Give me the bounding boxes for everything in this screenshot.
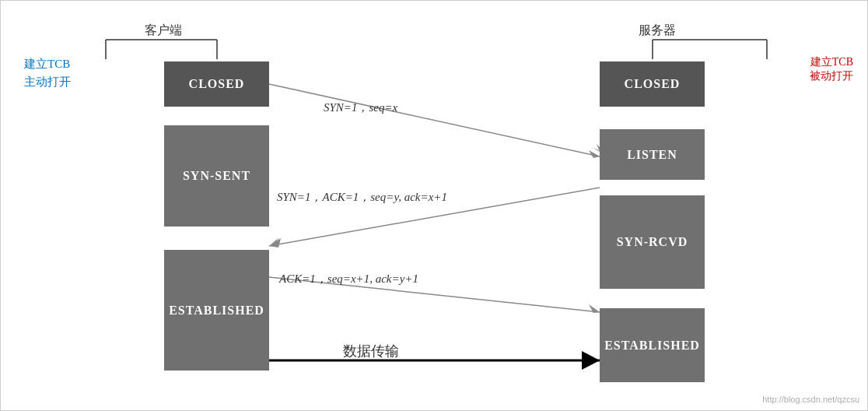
server-closed-label: CLOSED	[625, 77, 681, 91]
server-closed-box: CLOSED	[600, 61, 705, 107]
msg2-label: SYN=1，ACK=1，seq=y, ack=x+1	[277, 190, 447, 205]
data-transfer-label: 数据传输	[343, 342, 399, 360]
watermark: http://blog.csdn.net/qzcsu	[762, 395, 859, 404]
client-closed-label: CLOSED	[189, 77, 245, 91]
client-syn-sent-box: SYN-SENT	[164, 125, 269, 227]
server-column-header: 服务器	[639, 23, 676, 39]
msg3-label: ACK=1，seq=x+1, ack=y+1	[279, 272, 418, 286]
client-column-header: 客户端	[145, 23, 182, 39]
server-syn-rcvd-label: SYN-RCVD	[617, 235, 688, 249]
server-established-label: ESTABLISHED	[604, 339, 700, 353]
right-note-line1: 建立TCB	[810, 55, 853, 69]
msg1-text: SYN=1，seq=x	[324, 101, 397, 114]
watermark-text: http://blog.csdn.net/qzcsu	[762, 395, 859, 404]
data-transfer-text: 数据传输	[343, 343, 399, 359]
server-label: 服务器	[639, 23, 676, 37]
left-note-line2: 主动打开	[24, 73, 71, 91]
diagram-container: 客户端 服务器 建立TCB 主动打开 建立TCB 被动打开 CLOSED SYN…	[0, 0, 868, 411]
right-note: 建立TCB 被动打开	[810, 55, 853, 83]
svg-marker-10	[269, 237, 281, 246]
client-label: 客户端	[145, 23, 182, 37]
server-syn-rcvd-box: SYN-RCVD	[600, 195, 705, 289]
msg1-label: SYN=1，seq=x	[324, 100, 397, 115]
svg-marker-11	[269, 238, 281, 248]
svg-marker-8	[589, 150, 600, 158]
right-note-line2: 被动打开	[810, 69, 853, 83]
svg-marker-13	[589, 304, 600, 313]
client-established-box: ESTABLISHED	[164, 250, 269, 371]
svg-line-6	[269, 84, 600, 156]
server-listen-label: LISTEN	[627, 148, 677, 162]
msg3-text: ACK=1，seq=x+1, ack=y+1	[279, 272, 418, 285]
left-note: 建立TCB 主动打开	[24, 55, 71, 90]
client-established-label: ESTABLISHED	[169, 304, 264, 318]
svg-marker-16	[582, 351, 600, 370]
server-established-box: ESTABLISHED	[600, 308, 705, 382]
client-syn-sent-label: SYN-SENT	[183, 169, 250, 183]
left-note-line1: 建立TCB	[24, 55, 71, 73]
arrows-svg	[1, 1, 868, 411]
server-listen-box: LISTEN	[600, 129, 705, 180]
client-closed-box: CLOSED	[164, 61, 269, 107]
msg2-text: SYN=1，ACK=1，seq=y, ack=x+1	[277, 191, 447, 203]
